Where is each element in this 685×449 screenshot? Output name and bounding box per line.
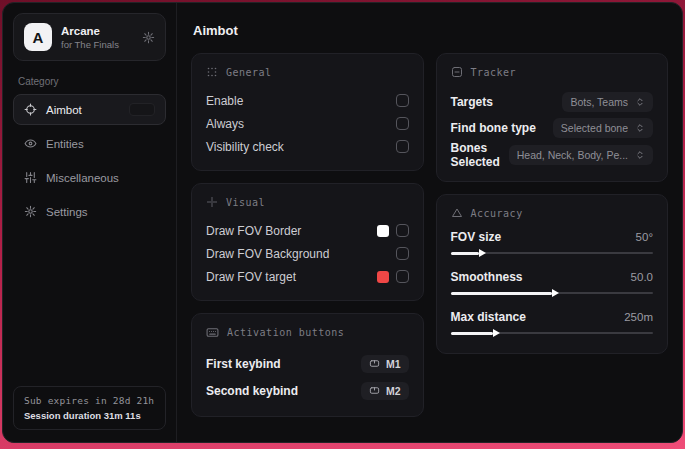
app-title: Arcane (61, 25, 133, 37)
setting-label: FOV size (451, 230, 502, 244)
visibility-check-checkbox[interactable] (396, 140, 409, 153)
nav-item-badge (129, 103, 155, 116)
slider-thumb[interactable] (493, 329, 500, 337)
accuracy-card: Accuracy FOV size 50° (436, 194, 669, 354)
setting-row: Targets Bots, Teams (451, 89, 654, 115)
dropdown-value: Bots, Teams (570, 96, 628, 108)
draw-fov-target-checkbox[interactable] (396, 270, 409, 283)
find-bone-type-dropdown[interactable]: Selected bone (553, 118, 653, 138)
chevrons-up-down-icon (635, 123, 645, 133)
chevrons-up-down-icon (635, 97, 645, 107)
setting-row: Draw FOV Border (206, 219, 409, 242)
bones-selected-dropdown[interactable]: Head, Neck, Body, Pe... (509, 145, 653, 165)
app-header-card: A Arcane for The Finals (13, 13, 166, 61)
section-title: Tracker (471, 67, 517, 78)
enable-checkbox[interactable] (396, 94, 409, 107)
sidebar: A Arcane for The Finals Category Aimbot … (3, 3, 177, 442)
main-panel: Aimbot General Enable Alw (177, 3, 682, 442)
triangle-icon (451, 207, 463, 219)
sidebar-item-entities[interactable]: Entities (13, 128, 166, 159)
fov-size-slider[interactable] (451, 247, 654, 259)
visual-card: Visual Draw FOV Border Draw FOV Backgrou… (191, 183, 424, 301)
gear-icon (24, 205, 37, 218)
general-card: General Enable Always Visibility check (191, 53, 424, 171)
setting-label: Visibility check (206, 140, 284, 154)
header-gear-icon[interactable] (142, 31, 155, 44)
setting-row: First keybind M1 (206, 350, 409, 377)
slider-value: 50.0 (631, 271, 653, 283)
page-title: Aimbot (193, 23, 668, 38)
always-checkbox[interactable] (396, 117, 409, 130)
slider-thumb[interactable] (479, 249, 486, 257)
session-duration-text: Session duration 31m 11s (24, 410, 155, 421)
sidebar-item-label: Aimbot (46, 104, 120, 116)
mouse-icon (369, 358, 380, 369)
sidebar-item-label: Settings (46, 206, 155, 218)
setting-row: Max distance 250m (451, 310, 654, 339)
chevrons-up-down-icon (635, 150, 645, 160)
setting-label: Always (206, 117, 244, 131)
setting-row: Find bone type Selected bone (451, 115, 654, 141)
keybind-value: M1 (386, 358, 401, 370)
setting-label: Draw FOV Border (206, 224, 301, 238)
eye-icon (24, 137, 37, 150)
app-logo-letter: A (33, 29, 44, 46)
slider-value: 250m (624, 311, 653, 323)
section-title: Visual (226, 197, 265, 208)
slider-thumb[interactable] (552, 289, 559, 297)
max-distance-slider[interactable] (451, 327, 654, 339)
fov-border-color-swatch[interactable] (377, 225, 389, 237)
setting-label: First keybind (206, 357, 281, 371)
smoothness-slider[interactable] (451, 287, 654, 299)
setting-row: Second keybind M2 (206, 377, 409, 404)
setting-row: FOV size 50° (451, 230, 654, 259)
fov-target-color-swatch[interactable] (377, 271, 389, 283)
setting-label: Draw FOV target (206, 270, 296, 284)
minus-square-icon (451, 66, 463, 78)
keybind-value: M2 (386, 385, 401, 397)
dropdown-value: Selected bone (561, 122, 628, 134)
targets-dropdown[interactable]: Bots, Teams (562, 92, 653, 112)
draw-fov-border-checkbox[interactable] (396, 224, 409, 237)
setting-row: Bones Selected Head, Neck, Body, Pe... (451, 141, 654, 169)
tracker-card: Tracker Targets Bots, Teams Find bone ty… (436, 53, 669, 182)
dropdown-value: Head, Neck, Body, Pe... (517, 149, 628, 161)
category-label: Category (18, 76, 161, 87)
sliders-icon (24, 171, 37, 184)
setting-row: Draw FOV target (206, 265, 409, 288)
setting-label: Max distance (451, 310, 526, 324)
setting-row: Visibility check (206, 135, 409, 158)
sidebar-item-label: Miscellaneous (46, 172, 155, 184)
draw-fov-background-checkbox[interactable] (396, 247, 409, 260)
sidebar-item-aimbot[interactable]: Aimbot (13, 94, 166, 125)
setting-row: Smoothness 50.0 (451, 270, 654, 299)
app-logo: A (24, 23, 52, 51)
setting-row: Enable (206, 89, 409, 112)
sidebar-item-settings[interactable]: Settings (13, 196, 166, 227)
sidebar-item-label: Entities (46, 138, 155, 150)
slider-value: 50° (636, 231, 653, 243)
app-subtitle: for The Finals (61, 39, 133, 50)
crosshair-dots-icon (206, 196, 218, 208)
second-keybind-button[interactable]: M2 (361, 382, 409, 400)
first-keybind-button[interactable]: M1 (361, 355, 409, 373)
setting-row: Draw FOV Background (206, 242, 409, 265)
sub-expiry-text: Sub expires in 28d 21h (24, 395, 155, 406)
section-title: General (226, 67, 272, 78)
sidebar-item-miscellaneous[interactable]: Miscellaneous (13, 162, 166, 193)
setting-label: Bones Selected (451, 141, 509, 169)
section-title: Activation buttons (227, 327, 344, 338)
setting-label: Second keybind (206, 384, 298, 398)
setting-label: Enable (206, 94, 243, 108)
setting-label: Find bone type (451, 121, 536, 135)
activation-card: Activation buttons First keybind M1 Seco… (191, 313, 424, 417)
crosshair-icon (24, 103, 37, 116)
grid-dots-icon (206, 66, 218, 78)
setting-row: Always (206, 112, 409, 135)
app-header-text: Arcane for The Finals (61, 25, 133, 50)
subscription-info-card: Sub expires in 28d 21h Session duration … (13, 386, 166, 430)
setting-label: Smoothness (451, 270, 523, 284)
setting-label: Draw FOV Background (206, 247, 329, 261)
mouse-icon (369, 385, 380, 396)
section-title: Accuracy (471, 208, 523, 219)
